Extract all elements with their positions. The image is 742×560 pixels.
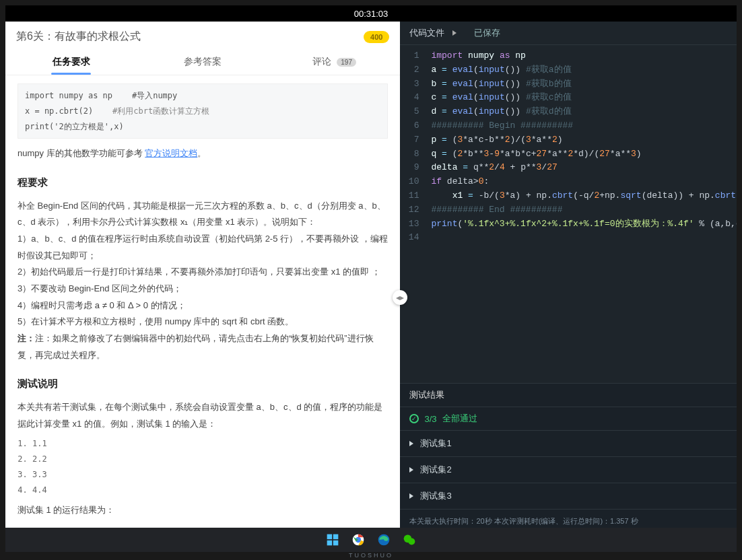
- test-set-label: 测试集3: [420, 490, 451, 502]
- test-set-2[interactable]: 测试集2: [400, 456, 737, 483]
- test-results-panel: 测试结果 ✓ 3/3 全部通过 测试集1 测试集2 测试集3: [400, 383, 737, 533]
- check-icon: ✓: [409, 414, 419, 423]
- example-code-snippet: import numpy as np #导入numpy x = np.cbrt(…: [18, 83, 388, 139]
- req-intro: 补全 Begin-End 区间的代码，其功能是根据一元三次方程的系数 a、b、c…: [18, 198, 388, 231]
- test-set-label: 测试集1: [420, 438, 451, 450]
- points-pill: 400: [364, 31, 389, 43]
- workspace: 第6关：有故事的求根公式 400 任务要求 参考答案 评论 197 import…: [5, 22, 737, 533]
- svg-point-8: [408, 538, 415, 545]
- line-gutter: 1 2 3 4 5 6 7 8 9 10 11 12 13 14: [400, 45, 424, 383]
- list-item: 4.4: [32, 483, 388, 498]
- test-intro: 本关共有若干测试集，在每个测试集中，系统会自动设置变量 a、b、c、d 的值，程…: [18, 399, 388, 432]
- problem-tabs: 任务要求 参考答案 评论 197: [5, 49, 400, 75]
- list-item: 3.3: [32, 467, 388, 483]
- pass-summary: ✓ 3/3 全部通过: [400, 407, 737, 430]
- tab-task[interactable]: 任务要求: [5, 49, 137, 75]
- pass-count: 3/3: [424, 414, 436, 424]
- code-content[interactable]: import numpy as np a = eval(input()) #获取…: [424, 45, 737, 383]
- editor-header: 代码文件 已保存: [400, 22, 737, 45]
- chevron-right-icon: [409, 467, 413, 473]
- clock-time: 00:31:03: [354, 9, 389, 19]
- req-4: 4）编程时只需考虑 a ≠ 0 和 Δ > 0 的情况；: [18, 298, 388, 314]
- edge-icon[interactable]: [376, 532, 391, 547]
- problem-header: 第6关：有故事的求根公式 400: [5, 22, 400, 44]
- heading-test: 测试说明: [18, 374, 388, 394]
- tab-comments[interactable]: 评论 197: [269, 49, 400, 75]
- req-2: 2）初始代码最后一行是打印计算结果，不要再额外添加打印语句，只要算出变量 x1 …: [18, 264, 388, 281]
- svg-rect-0: [327, 534, 333, 540]
- system-clock-bar: 00:31:03: [5, 5, 737, 22]
- req-note: 注：注：如果之前修改了右侧编辑器中的初始代码，请先点击右上角的“恢复初始代码”进…: [18, 330, 388, 363]
- svg-rect-2: [327, 540, 333, 546]
- test-set-3[interactable]: 测试集3: [400, 483, 737, 509]
- chevron-right-icon: [409, 441, 413, 446]
- tab-comments-label: 评论: [312, 56, 331, 67]
- wechat-icon[interactable]: [402, 532, 417, 547]
- doc-link[interactable]: 官方说明文档: [145, 148, 197, 158]
- chevron-right-icon: [452, 30, 457, 36]
- tab-answer[interactable]: 参考答案: [137, 49, 268, 75]
- test-set-1[interactable]: 测试集1: [400, 430, 737, 456]
- chrome-icon[interactable]: [351, 532, 366, 547]
- pass-label: 全部通过: [442, 413, 477, 425]
- file-tab-label[interactable]: 代码文件: [409, 27, 444, 39]
- chevron-right-icon: [409, 493, 413, 499]
- windows-taskbar[interactable]: [5, 528, 737, 552]
- code-editor[interactable]: 1 2 3 4 5 6 7 8 9 10 11 12 13 14 import …: [400, 45, 737, 383]
- comments-count-badge: 197: [337, 58, 356, 67]
- problem-panel: 第6关：有故事的求根公式 400 任务要求 参考答案 评论 197 import…: [5, 22, 400, 533]
- problem-body[interactable]: import numpy as np #导入numpy x = np.cbrt(…: [5, 75, 400, 533]
- req-3: 3）不要改动 Begin-End 区间之外的代码；: [18, 281, 388, 298]
- pane-resize-handle[interactable]: ◂▸: [393, 290, 407, 305]
- monitor-brand: TUOSHUO: [0, 552, 742, 559]
- svg-rect-3: [333, 540, 339, 546]
- list-item: 2.2: [32, 452, 388, 467]
- req-1: 1）a、b、c、d 的值在程序运行时由系统自动设置（初始代码第 2-5 行），不…: [18, 231, 388, 264]
- saved-status: 已保存: [474, 27, 500, 39]
- heading-requirements: 程要求: [18, 173, 388, 193]
- svg-rect-1: [333, 534, 339, 540]
- test-input-list: 1.1 2.2 3.3 4.4: [18, 436, 388, 497]
- editor-panel: 代码文件 已保存 1 2 3 4 5 6 7 8 9 10 11 12 13 1…: [400, 22, 737, 533]
- test-set-label: 测试集2: [420, 464, 451, 476]
- problem-title: 第6关：有故事的求根公式: [16, 30, 141, 44]
- windows-start-icon[interactable]: [325, 532, 340, 547]
- req-5: 5）在计算术平方根和立方根时，使用 numpy 库中的 sqrt 和 cbrt …: [18, 314, 388, 330]
- test-result-label: 测试集 1 的运行结果为：: [18, 502, 388, 519]
- results-title: 测试结果: [400, 384, 737, 407]
- list-item: 1.1: [32, 436, 388, 452]
- numpy-doc-paragraph: numpy 库的其他数学功能可参考 官方说明文档。: [18, 145, 388, 162]
